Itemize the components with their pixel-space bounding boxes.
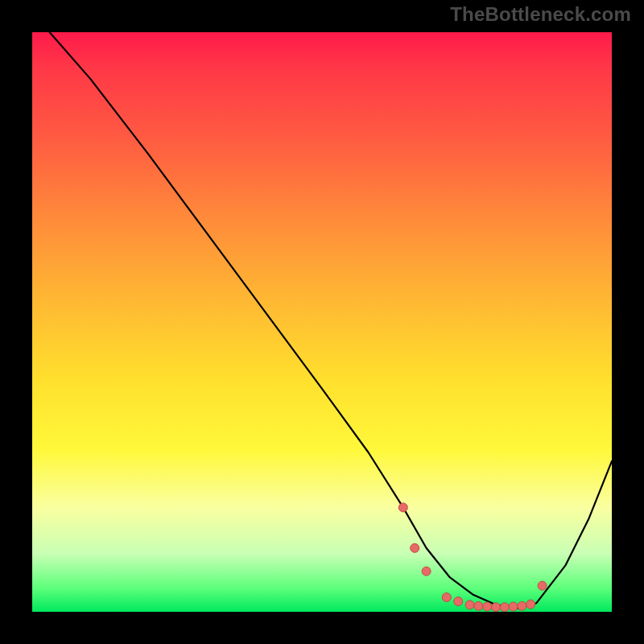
curve-dot — [454, 597, 463, 606]
curve-dot — [398, 503, 407, 512]
bottleneck-curve-line — [50, 32, 612, 609]
bottleneck-curve-svg — [32, 32, 612, 612]
curve-dot — [492, 603, 501, 612]
curve-dot — [500, 603, 509, 612]
watermark-text: TheBottleneck.com — [450, 3, 631, 26]
chart-frame: TheBottleneck.com — [0, 0, 644, 644]
curve-dot — [422, 567, 431, 576]
curve-dot — [411, 543, 419, 552]
curve-dot — [474, 601, 483, 610]
curve-dot — [526, 600, 535, 609]
curve-dot — [509, 602, 518, 611]
plot-gradient-area — [32, 32, 612, 612]
curve-dot — [442, 593, 451, 602]
curve-dot — [538, 581, 547, 590]
curve-dot — [518, 601, 526, 610]
curve-dot — [465, 601, 474, 609]
curve-dot — [483, 602, 492, 611]
